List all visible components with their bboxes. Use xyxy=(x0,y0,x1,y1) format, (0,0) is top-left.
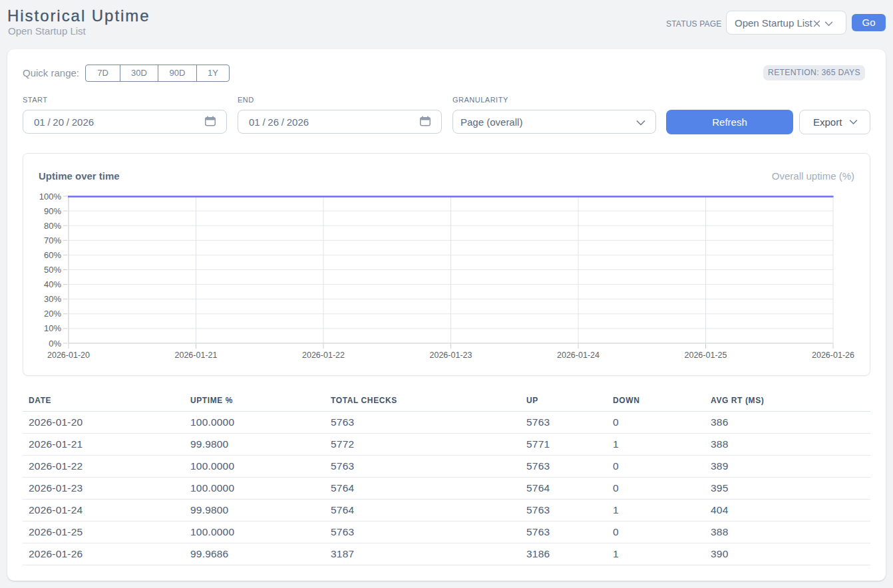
svg-text:2026-01-25: 2026-01-25 xyxy=(685,351,727,360)
svg-text:70%: 70% xyxy=(44,235,61,245)
svg-text:2026-01-23: 2026-01-23 xyxy=(430,351,472,360)
svg-text:2026-01-26: 2026-01-26 xyxy=(812,351,854,360)
svg-text:80%: 80% xyxy=(44,221,61,231)
svg-text:30%: 30% xyxy=(44,294,61,304)
svg-text:60%: 60% xyxy=(44,250,61,260)
svg-text:50%: 50% xyxy=(44,265,61,275)
svg-text:20%: 20% xyxy=(44,309,61,319)
svg-text:2026-01-24: 2026-01-24 xyxy=(557,351,600,360)
svg-text:10%: 10% xyxy=(44,323,61,333)
svg-text:2026-01-20: 2026-01-20 xyxy=(47,351,90,360)
svg-text:90%: 90% xyxy=(44,206,61,216)
svg-text:2026-01-22: 2026-01-22 xyxy=(302,351,345,360)
svg-text:100%: 100% xyxy=(39,192,62,202)
svg-text:2026-01-21: 2026-01-21 xyxy=(175,351,218,360)
svg-text:0%: 0% xyxy=(49,339,61,349)
svg-text:40%: 40% xyxy=(44,279,61,289)
